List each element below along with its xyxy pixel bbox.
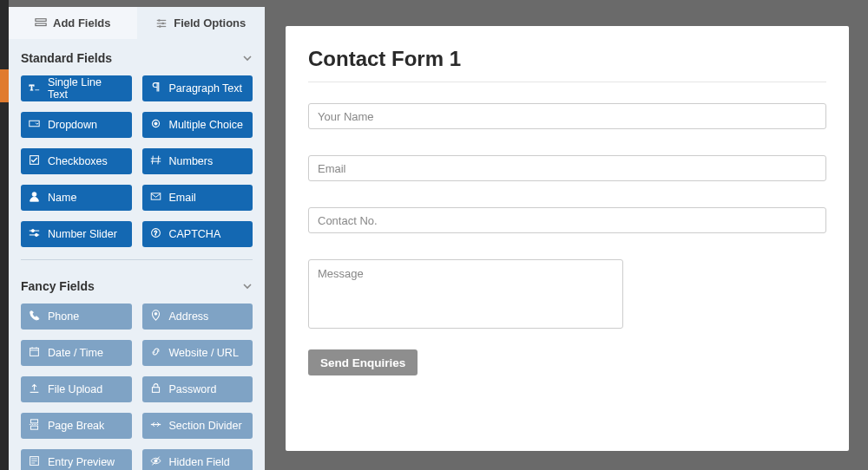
field-label: Email (169, 192, 196, 204)
field-label: Date / Time (48, 347, 103, 359)
preview-icon (29, 455, 40, 469)
field-numbers[interactable]: Numbers (142, 148, 253, 174)
field-dropdown[interactable]: Dropdown (21, 112, 132, 138)
section-fancy-title: Fancy Fields (21, 279, 95, 293)
svg-point-6 (162, 22, 165, 24)
field-label: Website / URL (169, 347, 239, 359)
svg-point-12 (154, 122, 156, 125)
field-label: Hidden Field (169, 456, 230, 468)
svg-rect-0 (36, 18, 46, 21)
field-website-url[interactable]: Website / URL (142, 340, 253, 366)
field-label: Entry Preview (48, 456, 115, 468)
section-standard-fields-header[interactable]: Standard Fields (9, 39, 265, 72)
envelope-icon (150, 191, 161, 205)
svg-point-14 (32, 193, 36, 197)
field-password[interactable]: Password (142, 376, 253, 402)
field-label: Dropdown (48, 119, 97, 131)
name-input[interactable]: Your Name (308, 103, 826, 129)
field-email[interactable]: Email (142, 185, 253, 211)
svg-rect-1 (36, 23, 46, 26)
svg-point-7 (159, 25, 161, 28)
svg-rect-29 (30, 420, 37, 423)
svg-text:T: T (30, 83, 35, 92)
phone-icon (29, 310, 40, 323)
field-address[interactable]: Address (142, 304, 253, 330)
field-page-break[interactable]: Page Break (21, 413, 132, 439)
field-label: Name (48, 192, 76, 204)
captcha-icon: ? (150, 227, 161, 241)
field-label: Number Slider (48, 228, 117, 240)
field-date-time[interactable]: Date / Time (21, 340, 132, 366)
field-options-icon (155, 17, 168, 29)
tab-field-options-label: Field Options (174, 16, 246, 29)
field-paragraph-text[interactable]: Paragraph Text (142, 75, 253, 101)
field-label: Single Line Text (48, 76, 124, 101)
svg-point-17 (31, 229, 34, 232)
upload-icon (29, 382, 40, 396)
field-label: Numbers (169, 155, 214, 167)
contact-placeholder: Contact No. (318, 214, 378, 227)
svg-point-22 (155, 312, 157, 315)
submit-label: Send Enquiries (320, 356, 405, 369)
message-textarea[interactable]: Message (308, 259, 623, 329)
chevron-down-icon (242, 53, 253, 63)
form-title-divider (308, 82, 826, 82)
form-title: Contact Form 1 (308, 47, 826, 82)
field-label: File Upload (48, 383, 102, 395)
field-label: Address (169, 310, 209, 323)
field-entry-preview[interactable]: Entry Preview (21, 449, 132, 470)
link-icon (150, 346, 161, 360)
admin-left-rail (0, 0, 9, 470)
form-preview: Contact Form 1 Your Name Email Contact N… (286, 26, 849, 451)
field-label: CAPTCHA (169, 228, 221, 240)
fancy-fields-grid: PhoneAddressDate / TimeWebsite / URLFile… (9, 300, 265, 470)
svg-point-19 (35, 233, 37, 236)
paragraph-icon (150, 82, 161, 95)
field-label: Page Break (48, 420, 104, 432)
field-section-divider[interactable]: Section Divider (142, 413, 253, 439)
admin-left-rail-indicator (0, 69, 9, 102)
message-placeholder: Message (318, 267, 364, 280)
svg-point-5 (158, 19, 161, 22)
field-label: Checkboxes (48, 155, 108, 167)
field-hidden-field[interactable]: Hidden Field (142, 449, 253, 470)
tab-add-fields[interactable]: Add Fields (9, 7, 137, 39)
chevron-down-icon (242, 281, 253, 291)
fields-sidebar: Add Fields Field Options Standard Fields… (9, 7, 265, 470)
radio-icon (150, 118, 161, 132)
check-icon (29, 154, 40, 168)
sidebar-tabs: Add Fields Field Options (9, 7, 265, 39)
field-phone[interactable]: Phone (21, 304, 132, 330)
calendar-icon (29, 346, 40, 360)
hash-icon (150, 154, 161, 168)
divider-icon (150, 419, 161, 433)
field-label: Password (169, 383, 217, 395)
field-name[interactable]: Name (21, 185, 132, 211)
svg-rect-30 (30, 426, 37, 429)
field-captcha[interactable]: ?CAPTCHA (142, 221, 253, 247)
section-fancy-fields-header[interactable]: Fancy Fields (9, 267, 265, 300)
field-label: Phone (48, 310, 79, 323)
field-number-slider[interactable]: Number Slider (21, 221, 132, 247)
field-label: Multiple Choice (169, 119, 243, 131)
svg-rect-23 (30, 348, 39, 356)
section-divider (21, 259, 253, 260)
top-strip (9, 0, 868, 7)
submit-button[interactable]: Send Enquiries (308, 349, 418, 375)
text-icon: T (29, 82, 40, 95)
tab-field-options[interactable]: Field Options (137, 7, 266, 39)
contact-input[interactable]: Contact No. (308, 207, 826, 233)
email-input[interactable]: Email (308, 155, 826, 181)
tab-add-fields-label: Add Fields (53, 16, 110, 29)
pin-icon (150, 310, 161, 323)
lock-icon (150, 382, 161, 396)
field-multiple-choice[interactable]: Multiple Choice (142, 112, 253, 138)
hidden-icon (150, 455, 161, 469)
pagebreak-icon (29, 419, 40, 433)
field-file-upload[interactable]: File Upload (21, 376, 132, 402)
field-checkboxes[interactable]: Checkboxes (21, 148, 132, 174)
user-icon (29, 191, 40, 205)
field-single-line-text[interactable]: TSingle Line Text (21, 75, 132, 101)
standard-fields-grid: TSingle Line TextParagraph TextDropdownM… (9, 72, 265, 256)
field-label: Paragraph Text (169, 82, 243, 95)
